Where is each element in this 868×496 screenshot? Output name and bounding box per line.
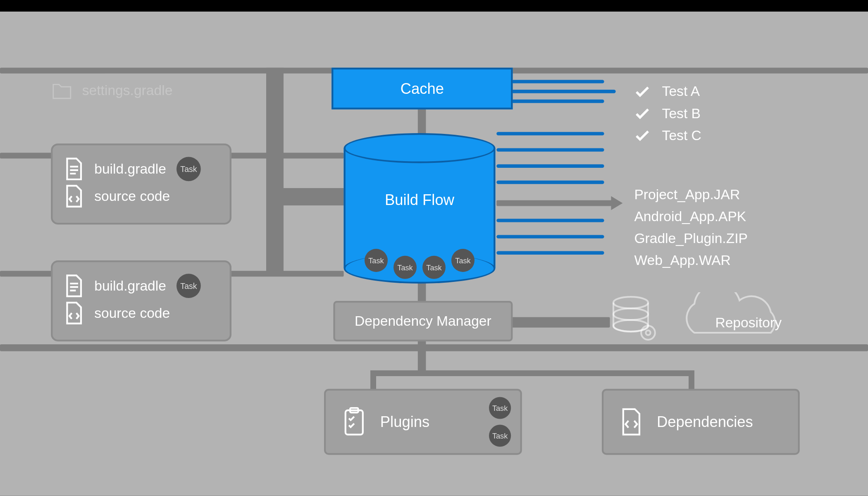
file-code-icon	[64, 185, 84, 208]
output-line	[496, 148, 604, 151]
build-flow-label: Build Flow	[344, 191, 496, 209]
clipboard-check-icon	[342, 407, 366, 437]
settings-file-label: settings.gradle	[82, 82, 173, 98]
dependencies-card: Dependencies	[602, 389, 800, 455]
build-flow-cylinder: Build Flow Task Task Task Task	[344, 133, 496, 269]
plugins-label: Plugins	[380, 413, 489, 431]
build-file-label: build.gradle	[94, 161, 166, 177]
project-box: build.gradle Task source code	[51, 260, 231, 341]
artifact-row: Web_App.WAR	[634, 250, 748, 271]
build-file-label: build.gradle	[94, 278, 166, 294]
test-row: Test B	[634, 103, 701, 124]
task-badge: Task	[451, 249, 475, 272]
task-badge: Task	[393, 256, 417, 279]
file-code-icon	[620, 408, 643, 436]
check-icon	[634, 105, 650, 122]
file-text-icon	[64, 157, 84, 181]
dependency-manager-box: Dependency Manager	[333, 301, 513, 341]
output-line	[512, 100, 604, 103]
connector-bar	[266, 188, 345, 205]
repository-label-wrap: Repository	[715, 315, 782, 331]
connector-bar	[370, 370, 694, 376]
arrow-icon	[611, 196, 622, 210]
connector-bar	[496, 200, 612, 206]
task-badge: Task	[365, 249, 388, 272]
output-line	[496, 132, 604, 135]
svg-rect-0	[346, 410, 363, 435]
tests-output: Test A Test B Test C	[634, 80, 701, 147]
project-box: build.gradle Task source code	[51, 143, 231, 224]
artifact-row: Android_App.APK	[634, 206, 748, 227]
top-black-bar	[0, 0, 868, 12]
check-icon	[634, 127, 650, 143]
test-row: Test A	[634, 81, 701, 102]
output-line	[496, 251, 604, 255]
settings-file: settings.gradle	[52, 73, 243, 107]
folder-icon	[52, 79, 72, 102]
dependencies-label: Dependencies	[657, 413, 798, 431]
artifact-label: Project_App.JAR	[634, 184, 740, 205]
output-line	[496, 235, 604, 238]
check-icon	[634, 83, 650, 100]
artifact-row: Project_App.JAR	[634, 184, 748, 205]
test-label: Test B	[662, 103, 701, 124]
repository-area	[608, 292, 816, 344]
test-label: Test A	[662, 81, 700, 102]
svg-point-4	[613, 320, 648, 331]
source-code-label: source code	[94, 188, 170, 204]
dependency-manager-label: Dependency Manager	[355, 313, 491, 329]
cache-box: Cache	[331, 68, 513, 110]
project-build-row: build.gradle Task	[64, 274, 218, 298]
output-line	[496, 181, 604, 184]
task-badge: Task	[422, 256, 446, 279]
output-line	[496, 165, 604, 168]
build-flow-tasks: Task Task Task Task	[344, 249, 496, 272]
artifact-label: Gradle_Plugin.ZIP	[634, 228, 748, 249]
project-build-row: build.gradle Task	[64, 157, 218, 181]
task-badge: Task	[489, 425, 511, 447]
output-line	[496, 219, 604, 222]
connector-vertical	[266, 68, 284, 273]
cache-label: Cache	[401, 80, 444, 98]
project-source-row: source code	[64, 301, 218, 324]
test-label: Test C	[662, 125, 701, 145]
svg-point-2	[613, 297, 648, 308]
artifacts-output: Project_App.JAR Android_App.APK Gradle_P…	[634, 183, 748, 272]
artifact-label: Web_App.WAR	[634, 250, 730, 271]
test-row: Test C	[634, 125, 701, 145]
task-badge: Task	[176, 157, 201, 181]
output-line	[512, 90, 616, 93]
artifact-row: Gradle_Plugin.ZIP	[634, 228, 748, 249]
repository-label: Repository	[715, 315, 782, 331]
task-badge: Task	[489, 397, 511, 419]
file-code-icon	[64, 301, 84, 324]
source-code-label: source code	[94, 305, 170, 321]
task-badge: Task	[176, 274, 201, 298]
artifact-label: Android_App.APK	[634, 206, 746, 227]
output-line	[512, 80, 604, 83]
svg-point-6	[646, 330, 650, 335]
svg-point-3	[613, 308, 648, 320]
connector-bar	[512, 317, 610, 327]
plugins-card: Plugins Task Task	[324, 389, 522, 455]
project-source-row: source code	[64, 185, 218, 208]
connector-vertical	[418, 340, 426, 375]
connector-vertical	[418, 107, 426, 135]
file-text-icon	[64, 274, 84, 298]
